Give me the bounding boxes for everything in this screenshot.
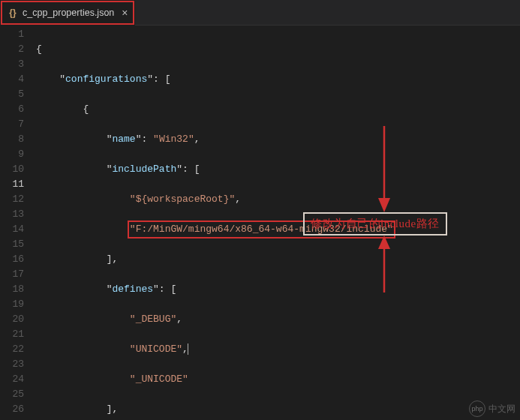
svg-marker-1 (378, 198, 390, 212)
watermark: php 中文网 (469, 400, 515, 417)
json-file-icon: {} (8, 8, 18, 18)
code-content: { "configurations": [ { "name": "Win32",… (36, 26, 520, 420)
close-icon[interactable]: × (122, 7, 128, 19)
text-cursor (188, 344, 188, 355)
annotation-callout: 修改为自己的include路径 (303, 212, 447, 236)
arrow-down-icon (375, 126, 398, 216)
svg-marker-3 (378, 236, 390, 249)
watermark-logo-icon: php (469, 400, 485, 417)
tab-filename: c_cpp_properties.json (23, 8, 114, 18)
arrow-up-icon (375, 234, 398, 294)
line-number-gutter: 12345 678910 1112131415 1617181920 21222… (0, 26, 36, 420)
editor-tab[interactable]: {} c_cpp_properties.json × (0, 0, 135, 26)
tab-bar: {} c_cpp_properties.json × (0, 0, 520, 26)
